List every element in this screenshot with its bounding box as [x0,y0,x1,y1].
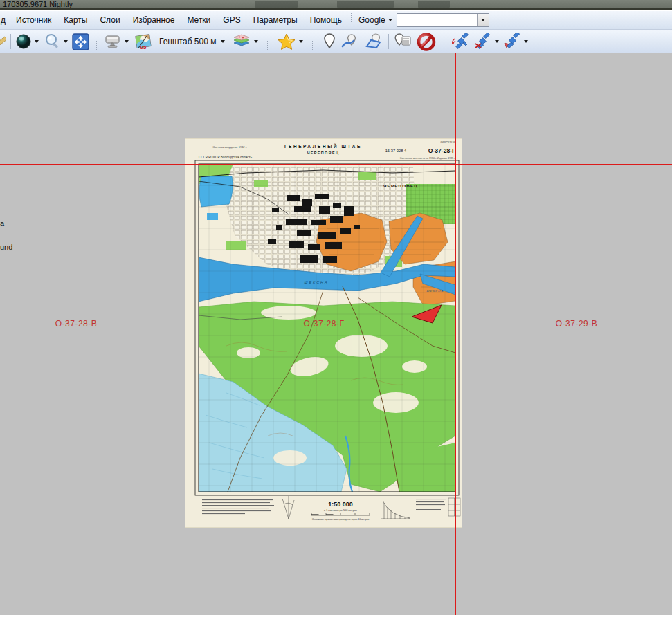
toolbar-grip[interactable] [442,33,446,50]
marks-manager-button[interactable] [391,32,415,51]
grid-line-vertical-right [455,53,456,615]
map-river-label-2: ШЕКСНА [426,289,444,293]
toolbar-separator [388,34,389,49]
map-zoom-badge: 05 [140,44,147,50]
hide-marks-icon [417,33,436,51]
menu-item-source[interactable]: Источник [10,12,57,28]
add-placemark-button[interactable] [320,32,339,51]
fullscreen-arrows-icon [72,33,89,50]
chevron-down-icon [221,40,225,43]
marks-manager-icon [393,33,412,50]
menu-item-view-clipped[interactable]: д [0,12,10,28]
window-title: 170305.9671 Nightly [3,0,73,8]
ruler-icon [0,33,6,50]
gps-connect-button[interactable] [450,32,472,51]
chevron-down-icon [64,40,68,43]
edge-text-fragment: a [0,219,4,228]
map-source-button[interactable]: 05 [132,32,155,51]
cache-mode-button[interactable] [102,32,131,51]
topo-map-image: Система координат 1942 г. СССР РСФСР Вол… [185,138,462,528]
chevron-down-icon [299,40,303,43]
sheet-label-left: О-37-28-В [55,319,98,329]
menu-item-layers[interactable]: Слои [93,12,126,28]
map-nomenclature: О-37-28-Г [428,147,455,154]
chevron-down-icon [125,40,129,43]
path-icon [341,33,361,50]
gps-satellite-icon [452,33,470,50]
chevron-down-icon [388,19,392,21]
sheet-label-center: О-37-28-Г [303,319,344,329]
map-contour-note: Сплошные горизонтали проведены через 10 … [312,518,370,521]
menu-item-gps[interactable]: GPS [217,12,246,28]
grid-line-horizontal-bottom [0,492,672,492]
menu-item-favorites[interactable]: Избранное [127,12,181,28]
fullscreen-button[interactable] [70,32,91,51]
search-engine-selector[interactable]: Google [354,12,397,28]
favorites-star-icon [277,33,296,51]
map-type-label: Генштаб 500 м [157,37,218,46]
toolbar-grip[interactable] [95,33,98,50]
layers-button[interactable] [230,32,260,51]
map-agency: ГЕНЕРАЛЬНЫЙ ШТАБ [284,143,362,149]
menu-item-maps[interactable]: Карты [57,12,93,28]
geosearch-dropdown-button[interactable] [477,14,489,26]
magnifier-icon [43,33,61,50]
title-bar[interactable]: 170305.9671 Nightly [0,0,672,10]
favorites-button[interactable] [275,32,305,51]
menu-item-help[interactable]: Помощь [304,12,348,28]
menu-item-options[interactable]: Параметры [247,12,304,28]
search-engine-label: Google [358,15,385,25]
map-secrecy-stamp: СЕКРЕТНО [440,140,455,144]
gps-disconnect-button[interactable] [472,32,501,51]
grid-line-horizontal-top [0,164,672,165]
chevron-down-icon [254,40,258,43]
hide-marks-button[interactable] [415,32,438,51]
layers-icon [232,33,251,50]
toolbar-grip[interactable] [349,13,353,27]
cache-storage-icon [104,33,122,50]
toolbar-separator [10,34,11,49]
titlebar-artifact [337,1,394,8]
titlebar-artifact [255,1,298,8]
menu-bar: д Источник Карты Слои Избранное Метки GP… [0,11,672,30]
geosearch-input[interactable] [397,14,477,26]
gps-satellite-off-icon [474,33,492,50]
ruler-button[interactable] [0,32,8,51]
chevron-down-icon [495,40,499,43]
map-title: ЧЕРЕПОВЕЦ [307,151,340,155]
go-to-button[interactable] [13,32,41,51]
map-scale: 1:50 000 [328,501,353,508]
map-river-label: ШЕКСНА [304,280,328,284]
menu-item-marks[interactable]: Метки [181,12,217,28]
placemark-icon [322,33,337,50]
grid-line-vertical-left [199,53,199,615]
toolbar-grip[interactable] [266,33,269,50]
globe-icon [15,33,32,50]
geosearch-combobox[interactable] [397,13,489,27]
gps-position-button[interactable] [501,32,530,51]
application-window: 170305.9671 Nightly д Источник Карты Сло… [0,0,672,626]
map-type-selector[interactable]: Генштаб 500 м [155,32,227,51]
map-scale-note: в 1 сантиметре 500 метров [324,509,357,512]
map-region: СССР РСФСР Вологодская область [199,156,253,159]
map-nomenclature-numeric: 15-37-028-4 [385,149,406,153]
titlebar-artifact [418,1,450,8]
map-source-icon: 05 [134,33,153,50]
main-toolbar: 05 Генштаб 500 м [0,30,672,53]
chevron-down-icon [524,40,528,43]
add-polygon-button[interactable] [363,32,386,51]
edge-text-fragment: und [0,243,12,251]
map-city-label: ЧЕРЕПОВЕЦ [383,183,418,188]
gps-satellite-track-icon [503,33,521,50]
sheet-label-right: О-37-29-В [556,319,598,329]
chevron-down-icon [481,19,485,21]
chevron-down-icon [35,40,39,43]
add-path-button[interactable] [339,32,363,51]
map-edition-note: Состояние местности на 1980 г. Издание 1… [400,157,455,160]
map-canvas[interactable]: Система координат 1942 г. СССР РСФСР Вол… [0,53,672,615]
topo-map-sheet[interactable]: Система координат 1942 г. СССР РСФСР Вол… [185,138,462,528]
zoom-tool-button[interactable] [41,32,70,51]
map-coord-system: Система координат 1942 г. [212,145,247,149]
toolbar-grip[interactable] [311,33,314,50]
polygon-icon [365,33,384,50]
